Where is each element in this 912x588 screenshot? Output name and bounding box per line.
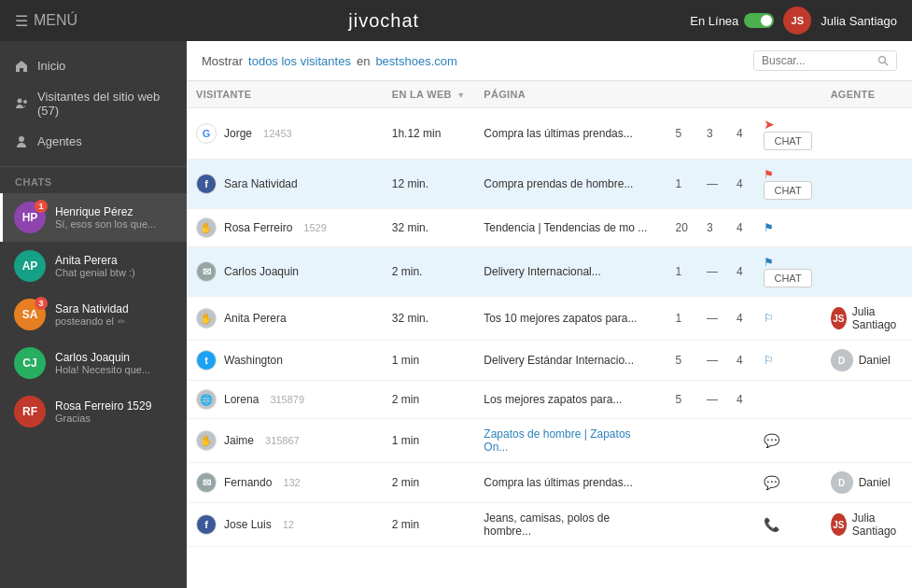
- agent-td: JS Julia Santiago: [821, 503, 912, 547]
- agent-initials: D: [838, 478, 845, 488]
- time-cell: 2 min: [383, 381, 475, 419]
- chats-section-title: CHATS: [0, 167, 187, 193]
- show-label: Mostrar: [202, 54, 243, 68]
- time-cell: 2 min: [383, 463, 475, 503]
- visitor-id: 1529: [303, 222, 326, 233]
- source-icon: t: [196, 350, 217, 371]
- th-on-web[interactable]: EN LA WEB ▼: [383, 81, 475, 108]
- chat-info: Henrique Pérez Sí, esos son los que...: [55, 205, 175, 230]
- page-cell: Delivery Estándar Internacio...: [474, 341, 666, 381]
- visitor-name: Carlos Joaquin: [224, 265, 299, 278]
- search-input[interactable]: [762, 54, 874, 67]
- page-cell: Los mejores zapatos para...: [474, 381, 666, 419]
- visitor-name: Fernando: [224, 476, 272, 489]
- time-cell: 2 min: [383, 503, 475, 547]
- sidebar-item-visitors[interactable]: Visitantes del sitio web (57): [0, 81, 187, 126]
- action-cell: ⚐: [754, 297, 821, 341]
- chat-preview: Hola! Necesito que...: [55, 364, 175, 375]
- visitor-cell: ✉ Fernando 132: [196, 472, 373, 493]
- page-cell: Compra prendas de hombre...: [474, 160, 666, 209]
- visitor-name: Jorge: [224, 127, 252, 140]
- agent-td: [821, 108, 912, 160]
- agent-avatar: D: [831, 471, 853, 494]
- flag2-icon: ⚐: [764, 354, 774, 367]
- agent-avatar: JS: [831, 307, 847, 329]
- agent-cell: JS Julia Santiago: [831, 511, 903, 538]
- table-row: G Jorge 12453 1h.12 min Compra las últim…: [187, 108, 912, 160]
- visitor-cell: f Jose Luis 12: [196, 514, 373, 535]
- sidebar-chat-item-rosa[interactable]: RF Rosa Ferreiro 1529 Gracias: [0, 387, 187, 436]
- all-visitors-link[interactable]: todos los visitantes: [248, 54, 351, 68]
- th-agent: AGENTE: [821, 81, 912, 108]
- chat-initials: AP: [22, 259, 38, 273]
- sidebar-item-inicio[interactable]: Inicio: [0, 50, 187, 81]
- person-icon: [15, 135, 28, 148]
- time-cell: 1 min: [383, 419, 475, 463]
- action-cell: 💬: [754, 419, 821, 463]
- visitor-name: Washington: [224, 354, 283, 367]
- agent-name: Julia Santiago: [852, 305, 903, 331]
- action-cell: ➤CHAT: [754, 108, 821, 160]
- chat-avatar: AP: [14, 250, 46, 282]
- chat-name: Anita Perera: [55, 254, 175, 267]
- chat-avatar: SA 3: [14, 299, 46, 330]
- visitor-cell-td: ✉ Fernando 132: [187, 463, 383, 503]
- flag2-icon: ⚐: [764, 312, 774, 325]
- user-avatar[interactable]: JS: [783, 7, 811, 35]
- visitors-bar: Mostrar todos los visitantes en bestshoe…: [187, 41, 912, 81]
- th-page: PÁGINA: [474, 81, 666, 108]
- agent-name: Daniel: [859, 354, 891, 367]
- page-cell: Zapatos de hombre | Zapatos On...: [474, 419, 666, 463]
- source-icon: ✋: [196, 430, 217, 451]
- visitor-id: 315879: [270, 394, 304, 405]
- time-cell: 32 min.: [383, 297, 475, 341]
- chat-avatar: RF: [14, 396, 46, 427]
- chat-initials: HP: [22, 211, 38, 224]
- num1-cell: 1: [666, 247, 697, 297]
- sidebar-chat-item-sara[interactable]: SA 3 Sara Natividad posteando el ✏: [0, 290, 187, 339]
- action-cell: 📞: [754, 503, 821, 547]
- menu-button[interactable]: ☰ MENÚ: [15, 12, 77, 30]
- chat-button[interactable]: CHAT: [764, 181, 811, 200]
- search-box: [753, 50, 897, 71]
- num1-cell: 1: [666, 160, 697, 209]
- table-row: t Washington 1 min Delivery Estándar Int…: [187, 341, 912, 381]
- agent-td: [821, 381, 912, 419]
- chat-button[interactable]: CHAT: [764, 132, 811, 150]
- sidebar: Inicio Visitantes del sitio web (57) Age…: [0, 41, 187, 588]
- num3-cell: [727, 419, 755, 463]
- sidebar-chat-item-henrique[interactable]: HP 1 Henrique Pérez Sí, esos son los que…: [0, 193, 187, 242]
- table-row: f Jose Luis 12 2 min Jeans, camisas, pol…: [187, 503, 912, 547]
- table-row: ✉ Fernando 132 2 min Compra las últimas …: [187, 463, 912, 503]
- num2-cell: —: [697, 381, 727, 419]
- page-cell: Delivery Internacional...: [474, 247, 666, 297]
- chat-badge: 3: [35, 297, 48, 310]
- table-head: VISITANTE EN LA WEB ▼ PÁGINA AGENTE: [187, 81, 912, 108]
- chat-button[interactable]: CHAT: [764, 269, 811, 287]
- sidebar-nav-label-inicio: Inicio: [37, 59, 65, 73]
- sidebar-item-agents[interactable]: Agentes: [0, 126, 187, 157]
- table-row: 🌐 Lorena 315879 2 min Los mejores zapato…: [187, 381, 912, 419]
- sidebar-chat-item-carlos[interactable]: CJ Carlos Joaquin Hola! Necesito que...: [0, 339, 187, 387]
- source-icon: f: [196, 514, 217, 535]
- chat-info: Carlos Joaquin Hola! Necesito que...: [55, 351, 175, 375]
- pencil-icon: ✏: [118, 316, 125, 327]
- arrow-icon: ➤: [764, 117, 775, 132]
- num3-cell: 4: [727, 160, 755, 209]
- agent-td: [821, 247, 912, 297]
- sidebar-chat-item-anita[interactable]: AP Anita Perera Chat genial btw :): [0, 242, 187, 290]
- num2-cell: [697, 419, 727, 463]
- sort-arrow: ▼: [456, 91, 465, 100]
- source-icon: 🌐: [196, 389, 217, 410]
- visitor-cell-td: f Jose Luis 12: [187, 503, 383, 547]
- table-row: f Sara Natividad 12 min. Compra prendas …: [187, 160, 912, 209]
- page-link[interactable]: Zapatos de hombre | Zapatos On...: [484, 427, 630, 454]
- page-text: Jeans, camisas, polos de hombre...: [484, 511, 610, 538]
- online-indicator: En Línea: [690, 13, 774, 28]
- site-link[interactable]: bestshoes.com: [375, 54, 456, 68]
- agent-name: Julia Santiago: [852, 511, 903, 538]
- agent-td: JS Julia Santiago: [821, 297, 912, 341]
- visitor-cell: ✉ Carlos Joaquin: [196, 261, 373, 282]
- agent-cell: D Daniel: [831, 349, 903, 371]
- online-toggle[interactable]: [744, 13, 774, 28]
